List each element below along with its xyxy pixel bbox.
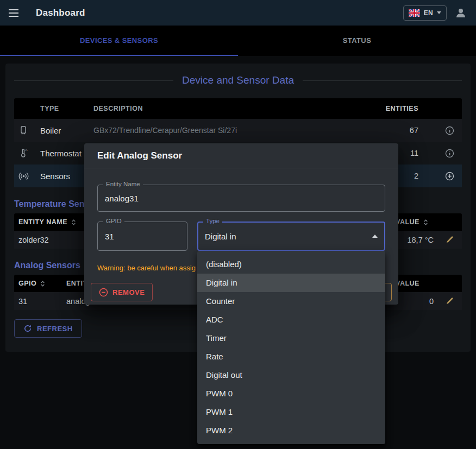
tab-status[interactable]: STATUS	[238, 26, 476, 56]
menu-item-digital-in[interactable]: Digital in	[197, 274, 385, 292]
divider	[303, 80, 462, 81]
gpio-input[interactable]	[98, 222, 187, 250]
appbar: Dashboard EN	[0, 0, 476, 26]
type-selected-value: Digital in	[198, 232, 236, 241]
devices-table-header: TYPE DESCRIPTION ENTITIES	[14, 98, 462, 119]
menu-item-pwm-0[interactable]: PWM 0	[197, 384, 385, 403]
menu-item-adc[interactable]: ADC	[197, 311, 385, 329]
page-title: Dashboard	[36, 8, 85, 18]
divider	[14, 80, 173, 81]
section-title-text: Device and Sensor Data	[182, 74, 294, 86]
thermostat-icon: A	[14, 148, 40, 158]
info-icon[interactable]	[445, 126, 454, 135]
col-description: DESCRIPTION	[93, 105, 383, 112]
menu-item-digital-out[interactable]: Digital out	[197, 366, 385, 384]
dialog-title: Edit Analog Sensor	[84, 143, 398, 168]
language-selector[interactable]: EN	[403, 5, 447, 21]
svg-text:A: A	[25, 148, 27, 151]
entity-name-label: Entity Name	[103, 181, 143, 187]
col-entities: ENTITIES	[383, 105, 431, 112]
menu-item-pwm-1[interactable]: PWM 1	[197, 403, 385, 421]
type-dropdown-menu: (disabled) Digital in Counter ADC Timer …	[197, 251, 385, 444]
remove-button[interactable]: REMOVE	[91, 283, 153, 301]
menu-item-disabled[interactable]: (disabled)	[197, 255, 385, 274]
device-entities-count: 67	[383, 126, 431, 135]
avatar-icon[interactable]	[454, 7, 467, 20]
chevron-up-icon	[372, 235, 378, 238]
device-description: GBx72/Trendline/Cerapur/Greenstar Si/27i	[93, 126, 383, 135]
sort-icon	[422, 219, 429, 226]
table-row-boiler[interactable]: Boiler GBx72/Trendline/Cerapur/Greenstar…	[14, 119, 462, 142]
gpio-label: GPIO	[103, 218, 124, 224]
menu-item-pwm-2[interactable]: PWM 2	[197, 421, 385, 440]
refresh-button[interactable]: REFRESH	[14, 319, 82, 338]
add-circle-icon[interactable]	[445, 172, 454, 181]
edit-icon[interactable]	[446, 297, 454, 305]
menu-item-counter[interactable]: Counter	[197, 292, 385, 311]
col-type: TYPE	[40, 105, 93, 112]
gpio-field: GPIO	[97, 222, 187, 251]
tab-bar: DEVICES & SENSORS STATUS	[0, 26, 476, 56]
entity-name-field: Entity Name	[97, 185, 385, 212]
boiler-icon	[14, 125, 40, 135]
sensor-gpio: 31	[14, 297, 66, 306]
section-title: Device and Sensor Data	[14, 74, 462, 86]
language-label: EN	[424, 9, 433, 17]
info-icon[interactable]	[445, 149, 454, 158]
entity-name-input[interactable]	[98, 185, 385, 211]
type-select[interactable]: Type Digital in	[197, 222, 385, 251]
remove-circle-icon	[99, 288, 108, 297]
menu-item-timer[interactable]: Timer	[197, 329, 385, 347]
edit-icon[interactable]	[446, 236, 454, 244]
device-type: Boiler	[40, 126, 93, 135]
sort-icon	[70, 219, 77, 226]
uk-flag-icon	[409, 9, 420, 17]
menu-item-rate[interactable]: Rate	[197, 347, 385, 366]
type-label: Type	[203, 218, 222, 224]
refresh-icon	[23, 324, 32, 333]
sort-icon	[39, 280, 46, 287]
menu-icon[interactable]	[9, 8, 21, 18]
col-gpio-sortable[interactable]: GPIO	[14, 280, 66, 287]
sensors-icon	[14, 171, 40, 181]
tab-devices-sensors[interactable]: DEVICES & SENSORS	[0, 26, 238, 56]
chevron-down-icon	[437, 11, 441, 14]
